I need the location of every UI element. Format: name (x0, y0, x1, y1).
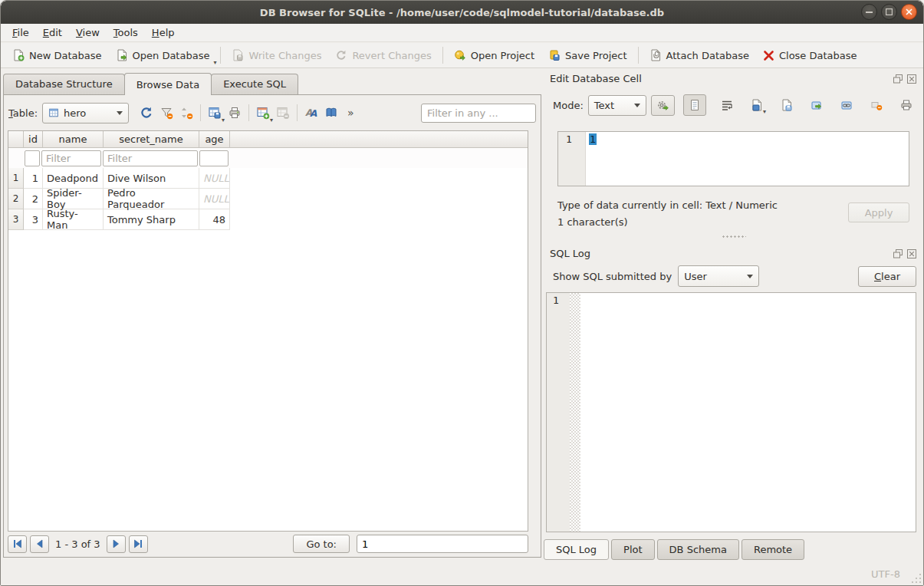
titlebar[interactable]: DB Browser for SQLite - /home/user/code/… (1, 1, 923, 24)
column-header-name[interactable]: name (43, 131, 104, 147)
first-record-button[interactable] (8, 535, 27, 553)
minimize-button[interactable] (861, 4, 877, 20)
mode-select[interactable]: Text (588, 95, 646, 116)
cell-secret-name[interactable]: Dive Wilson (104, 168, 199, 189)
cell-id[interactable]: 2 (24, 189, 43, 209)
dock-buttons (893, 249, 917, 259)
auto-apply-button[interactable] (651, 95, 675, 116)
resize-grip[interactable] (912, 574, 921, 583)
menu-tools[interactable]: Tools (107, 25, 145, 41)
menu-edit[interactable]: Edit (36, 25, 69, 41)
goto-input[interactable] (357, 535, 528, 553)
cell-name[interactable]: Deadpond (43, 168, 104, 189)
tab-browse-data[interactable]: Browse Data (124, 73, 212, 95)
filter-input-age[interactable] (199, 150, 229, 166)
dock-float-button[interactable] (893, 74, 903, 84)
cell-age[interactable]: NULL (199, 168, 230, 189)
maximize-button[interactable] (881, 4, 897, 20)
attach-database-icon (649, 49, 662, 61)
print-button[interactable] (225, 103, 245, 123)
close-button[interactable] (901, 4, 917, 20)
menu-file[interactable]: File (5, 25, 36, 41)
encoding-indicator[interactable]: UTF-8 (871, 568, 900, 580)
row-header[interactable]: 1 (8, 168, 24, 189)
table-select[interactable]: hero (42, 103, 129, 123)
cell-name[interactable]: Spider-Boy (43, 189, 104, 209)
previous-record-button[interactable] (30, 535, 49, 553)
cell-secret-name[interactable]: Tommy Sharp (104, 209, 199, 230)
sql-log-content[interactable] (580, 293, 916, 532)
close-database-icon (763, 50, 774, 61)
word-wrap-button[interactable] (718, 96, 736, 114)
cell-secret-name[interactable]: Pedro Parqueador (104, 189, 199, 209)
column-header-id[interactable]: id (24, 131, 43, 147)
filter-input-id[interactable] (25, 150, 40, 166)
text-mode-button[interactable] (683, 94, 706, 116)
submitted-by-select[interactable]: User (678, 265, 759, 287)
attach-database-button[interactable]: Attach Database (643, 45, 756, 65)
chevron-down-icon (117, 111, 123, 115)
import-caret-icon[interactable]: ▾ (763, 108, 766, 115)
toolbar-overflow-button[interactable]: » (347, 107, 354, 119)
horizontal-splitter-handle[interactable] (722, 235, 746, 238)
export-file-button[interactable] (778, 96, 796, 114)
find-in-table-button[interactable] (321, 103, 341, 123)
cell-age[interactable]: NULL (199, 189, 230, 209)
last-record-button[interactable] (129, 535, 148, 553)
set-null-button[interactable] (867, 96, 886, 114)
corner-header[interactable] (8, 131, 24, 147)
filter-any-input[interactable] (421, 104, 536, 123)
row-header[interactable]: 2 (8, 189, 24, 209)
cell-name[interactable]: Rusty-Man (43, 209, 104, 230)
tab-sql-log[interactable]: SQL Log (544, 539, 609, 560)
revert-changes-button[interactable]: Revert Changes (328, 45, 438, 65)
cell-info: Type of data currently in cell: Text / N… (557, 197, 778, 231)
apply-button[interactable]: Apply (848, 202, 909, 222)
save-results-button[interactable]: ▾ (205, 103, 225, 123)
filter-input-secret-name[interactable] (103, 150, 198, 166)
write-changes-button[interactable]: Write Changes (225, 45, 328, 65)
open-database-button[interactable]: Open Database ▾ (109, 45, 217, 65)
goto-button[interactable]: Go to: (293, 535, 350, 553)
open-database-caret-icon[interactable]: ▾ (213, 59, 216, 66)
row-header[interactable]: 3 (8, 209, 24, 230)
insert-record-button[interactable]: ▾ (253, 103, 273, 123)
save-project-button[interactable]: Save Project (541, 45, 634, 65)
filter-input-name[interactable] (41, 150, 101, 166)
cell-editor-content[interactable]: 1 (586, 132, 597, 186)
menu-view[interactable]: View (69, 25, 107, 41)
next-record-button[interactable] (107, 535, 126, 553)
tab-execute-sql[interactable]: Execute SQL (211, 74, 298, 94)
new-database-button[interactable]: New Database (5, 45, 109, 65)
clear-log-button[interactable]: Clear (858, 266, 916, 287)
cell-age[interactable]: 48 (199, 209, 230, 230)
refresh-button[interactable] (136, 103, 156, 123)
book-icon (324, 106, 338, 120)
tab-db-schema[interactable]: DB Schema (657, 539, 739, 560)
print-cell-button[interactable] (897, 96, 916, 114)
delete-record-button[interactable] (273, 103, 293, 123)
apply-to-cell-button[interactable] (807, 96, 826, 114)
cell-id[interactable]: 3 (24, 209, 43, 230)
sql-log-editor[interactable]: 1 (546, 292, 916, 532)
cell-editor[interactable]: 1 1 (557, 131, 909, 186)
import-file-button[interactable]: ▾ (748, 96, 766, 114)
menu-help[interactable]: Help (145, 25, 182, 41)
dock-close-button[interactable] (906, 74, 917, 84)
clear-filters-button[interactable] (156, 103, 176, 123)
tab-remote[interactable]: Remote (742, 539, 804, 560)
tab-database-structure[interactable]: Database Structure (3, 74, 125, 94)
edit-display-format-button[interactable]: AA (301, 103, 321, 123)
show-sql-label: Show SQL submitted by (553, 271, 672, 282)
cell-id[interactable]: 1 (24, 168, 43, 189)
dock-close-button[interactable] (906, 249, 917, 259)
clear-sort-button[interactable] (176, 103, 196, 123)
link-button[interactable] (837, 96, 856, 114)
column-header-age[interactable]: age (199, 131, 230, 147)
close-database-button[interactable]: Close Database (756, 46, 864, 65)
open-project-button[interactable]: Open Project (447, 45, 541, 65)
tab-plot[interactable]: Plot (611, 539, 655, 560)
dock-float-button[interactable] (893, 249, 903, 259)
column-header-secret-name[interactable]: secret_name (104, 131, 199, 147)
mode-label: Mode: (553, 100, 584, 111)
